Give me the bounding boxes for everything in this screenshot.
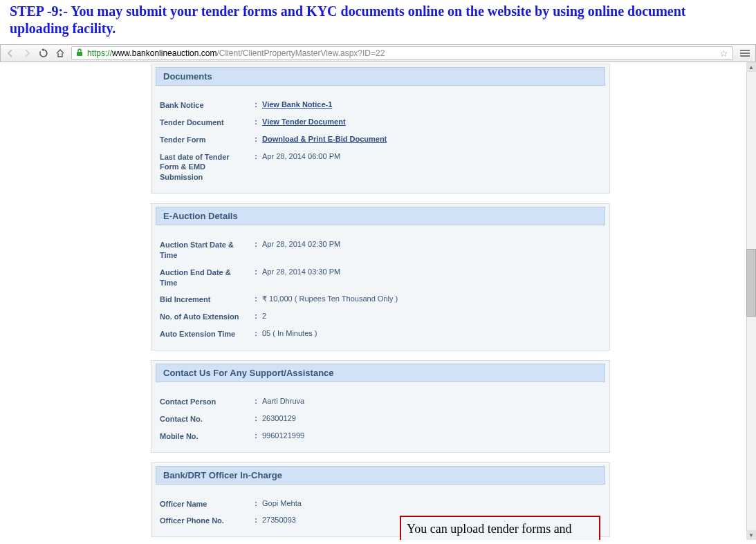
address-bar[interactable]: https://www.bankonlineauction.com/Client… — [71, 46, 733, 60]
bookmark-star-icon[interactable]: ☆ — [719, 48, 728, 59]
label: No. of Auto Extension — [160, 312, 250, 322]
row-contact-person: Contact Person : Aarti Dhruva — [156, 393, 605, 411]
label: Last date of Tender Form & EMD Submissio… — [160, 152, 250, 183]
row-officer-name: Officer Name : Gopi Mehta — [156, 496, 605, 513]
value: 9960121999 — [262, 431, 605, 440]
label: Auction Start Date & Time — [160, 240, 250, 261]
view-bank-notice-link[interactable]: View Bank Notice-1 — [262, 100, 332, 109]
row-auction-end: Auction End Date & Time : Apr 28, 2014 0… — [156, 264, 605, 292]
back-button[interactable] — [5, 48, 16, 59]
row-bank-notice: Bank Notice : View Bank Notice-1 — [156, 97, 605, 114]
value: Apr 28, 2014 03:30 PM — [262, 268, 605, 276]
label: Tender Form — [160, 135, 250, 145]
value: 05 ( In Minutes ) — [262, 329, 605, 337]
home-button[interactable] — [55, 48, 66, 59]
row-auction-start: Auction Start Date & Time : Apr 28, 2014… — [156, 236, 605, 264]
contact-card: Contact Us For Any Support/Assistance Co… — [151, 360, 610, 453]
officer-card: Bank/DRT Officer In-Charge Officer Name … — [151, 462, 610, 538]
eauction-header: E-Auction Details — [156, 207, 605, 225]
row-tender-form: Tender Form : Download & Print E-Bid Doc… — [156, 131, 605, 149]
scroll-down-arrow[interactable]: ▼ — [746, 530, 756, 540]
row-last-date: Last date of Tender Form & EMD Submissio… — [156, 149, 605, 187]
download-ebid-link[interactable]: Download & Print E-Bid Document — [262, 135, 387, 143]
label: Bank Notice — [160, 100, 250, 111]
label: Tender Document — [160, 118, 250, 128]
value: 26300129 — [262, 414, 605, 422]
url-text: https://www.bankonlineauction.com/Client… — [87, 48, 385, 58]
contact-header: Contact Us For Any Support/Assistance — [156, 364, 605, 382]
row-auto-extension-count: No. of Auto Extension : 2 — [156, 308, 605, 326]
value: 27350093 — [262, 516, 605, 524]
value: ₹ 10,000 ( Rupees Ten Thousand Only ) — [262, 294, 605, 303]
view-tender-document-link[interactable]: View Tender Document — [262, 118, 346, 126]
scroll-up-arrow[interactable]: ▲ — [746, 62, 756, 72]
label: Auction End Date & Time — [160, 268, 250, 288]
hamburger-menu-button[interactable] — [739, 50, 751, 57]
value: Apr 28, 2014 02:30 PM — [262, 240, 605, 248]
label: Contact No. — [160, 414, 250, 424]
main-content: Documents Bank Notice : View Bank Notice… — [151, 62, 610, 540]
label: Officer Name — [160, 499, 250, 509]
page-viewport: ▲ ▼ Documents Bank Notice : View Bank No… — [0, 62, 756, 540]
row-mobile-no: Mobile No. : 9960121999 — [156, 428, 605, 445]
row-contact-no: Contact No. : 26300129 — [156, 411, 605, 428]
value: 2 — [262, 312, 605, 320]
value: Aarti Dhruva — [262, 397, 605, 405]
step-instruction: STEP -9:- You may submit your tender for… — [0, 0, 756, 44]
label: Auto Extension Time — [160, 329, 250, 339]
reload-button[interactable] — [38, 48, 49, 59]
value: Apr 28, 2014 06:00 PM — [262, 152, 605, 160]
row-tender-document: Tender Document : View Tender Document — [156, 114, 605, 131]
label: Bid Increment — [160, 294, 250, 305]
label: Officer Phone No. — [160, 516, 250, 526]
scrollbar-thumb[interactable] — [746, 249, 756, 317]
eauction-card: E-Auction Details Auction Start Date & T… — [151, 203, 610, 350]
row-bid-increment: Bid Increment : ₹ 10,000 ( Rupees Ten Th… — [156, 291, 605, 308]
label: Mobile No. — [160, 431, 250, 442]
officer-header: Bank/DRT Officer In-Charge — [156, 466, 605, 485]
lock-icon — [76, 48, 83, 58]
label: Contact Person — [160, 397, 250, 407]
value: Gopi Mehta — [262, 499, 605, 507]
forward-button[interactable] — [21, 48, 33, 59]
browser-toolbar: https://www.bankonlineauction.com/Client… — [0, 44, 756, 62]
documents-header: Documents — [156, 67, 605, 86]
documents-card: Documents Bank Notice : View Bank Notice… — [151, 64, 610, 194]
row-officer-phone: Officer Phone No. : 27350093 — [156, 512, 605, 529]
row-auto-extension-time: Auto Extension Time : 05 ( In Minutes ) — [156, 326, 605, 343]
svg-rect-0 — [77, 52, 82, 56]
